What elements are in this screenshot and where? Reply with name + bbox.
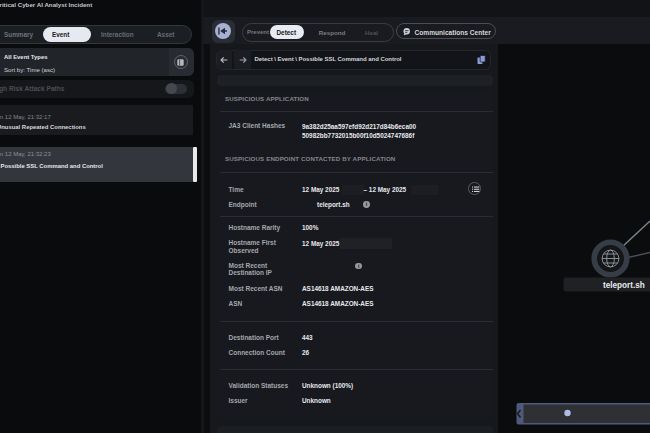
svg-text:teleport.sh: teleport.sh <box>603 280 645 289</box>
